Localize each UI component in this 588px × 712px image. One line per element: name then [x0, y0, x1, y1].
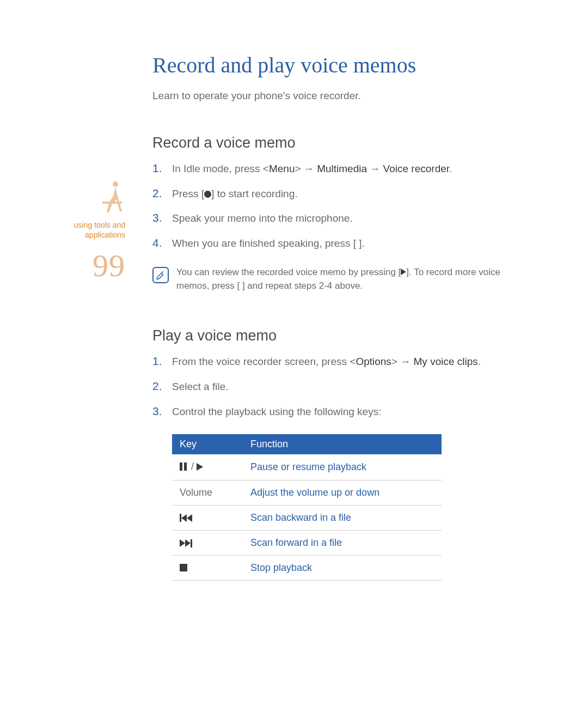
- key-cell: [172, 556, 243, 581]
- section-label-line1: using tools and: [74, 221, 125, 229]
- svg-point-0: [113, 181, 118, 187]
- text: Speak your memo into the microphone.: [172, 212, 353, 224]
- play-icon: [197, 463, 203, 471]
- key-cell: Volume: [172, 480, 243, 506]
- stop-icon: [180, 564, 187, 571]
- text: Press [: [172, 188, 204, 199]
- function-cell: Scan forward in a file: [243, 531, 442, 556]
- text: .: [449, 163, 452, 174]
- table-row: Scan forward in a file: [172, 531, 442, 556]
- record-steps: 1. In Idle mode, press <Menu> → Multimed…: [152, 161, 534, 251]
- section-label: using tools and applications: [38, 220, 125, 240]
- text: In Idle mode, press <: [172, 163, 269, 174]
- play-steps: 1. From the voice recorder screen, press…: [152, 354, 534, 419]
- section-record-heading: Record a voice memo: [152, 135, 534, 151]
- text: From the voice recorder screen, press <: [172, 356, 356, 367]
- pause-icon: [180, 462, 188, 473]
- text: When you are finished speaking, press [ …: [172, 238, 365, 249]
- step-number: 4.: [152, 235, 162, 251]
- text: You can review the recorded voice memo b…: [176, 267, 401, 277]
- record-step-4: 4. When you are finished speaking, press…: [152, 236, 534, 251]
- section-play-heading: Play a voice memo: [152, 327, 534, 344]
- table-header-key: Key: [172, 434, 243, 454]
- table-row: Stop playback: [172, 556, 442, 581]
- note-box: You can review the recorded voice memo b…: [152, 266, 534, 293]
- page-title: Record and play voice memos: [152, 52, 534, 78]
- previous-icon: [180, 514, 192, 522]
- table-header-function: Function: [243, 434, 442, 454]
- note-text: You can review the recorded voice memo b…: [176, 266, 534, 293]
- play-step-3: 3. Control the playback using the follow…: [152, 404, 534, 419]
- text: Select a file.: [172, 381, 229, 392]
- record-step-2: 2. Press [] to start recording.: [152, 186, 534, 202]
- text: > →: [391, 356, 414, 367]
- options-key: Options: [356, 356, 391, 367]
- svg-rect-1: [102, 202, 122, 204]
- next-icon: [180, 539, 192, 547]
- multimedia-key: Multimedia: [317, 163, 367, 174]
- table-row: / Pause or resume playback: [172, 454, 442, 480]
- table-row: Volume Adjust the volume up or down: [172, 480, 442, 506]
- table-row: Scan backward in a file: [172, 506, 442, 531]
- function-cell: Pause or resume playback: [243, 454, 442, 480]
- record-step-1: 1. In Idle mode, press <Menu> → Multimed…: [152, 161, 534, 177]
- play-step-2: 2. Select a file.: [152, 379, 534, 394]
- section-label-line2: applications: [85, 230, 125, 239]
- play-step-1: 1. From the voice recorder screen, press…: [152, 354, 534, 369]
- playback-keys-table: Key Function / Pause or resume playback …: [172, 434, 442, 581]
- play-icon: [401, 269, 406, 275]
- menu-key: Menu: [269, 163, 295, 174]
- text: →: [367, 163, 383, 174]
- step-number: 1.: [152, 353, 162, 369]
- voice-recorder-key: Voice recorder: [383, 163, 449, 174]
- key-cell: [172, 506, 243, 531]
- key-cell: [172, 531, 243, 556]
- step-number: 2.: [152, 378, 162, 394]
- function-cell: Stop playback: [243, 556, 442, 581]
- record-step-3: 3. Speak your memo into the microphone.: [152, 211, 534, 226]
- step-number: 3.: [152, 210, 162, 226]
- text: ] to start recording.: [211, 188, 297, 199]
- step-number: 2.: [152, 185, 162, 202]
- step-number: 3.: [152, 403, 162, 419]
- function-cell: Adjust the volume up or down: [243, 480, 442, 506]
- text: ].: [406, 267, 411, 277]
- text: > →: [295, 163, 317, 174]
- step-number: 1.: [152, 160, 162, 177]
- record-circle-icon: [204, 191, 211, 198]
- text: Control the playback using the following…: [172, 406, 381, 417]
- function-cell: Scan backward in a file: [243, 506, 442, 531]
- my-voice-clips-key: My voice clips: [414, 356, 478, 367]
- sidebar: using tools and applications 99: [38, 180, 125, 284]
- main-content: Record and play voice memos Learn to ope…: [152, 52, 534, 581]
- page-number: 99: [38, 247, 125, 284]
- text: .: [478, 356, 481, 367]
- sitting-figure-icon: [99, 180, 125, 215]
- intro-text: Learn to operate your phone's voice reco…: [152, 90, 534, 102]
- note-icon: [152, 267, 169, 283]
- key-cell: /: [172, 454, 243, 480]
